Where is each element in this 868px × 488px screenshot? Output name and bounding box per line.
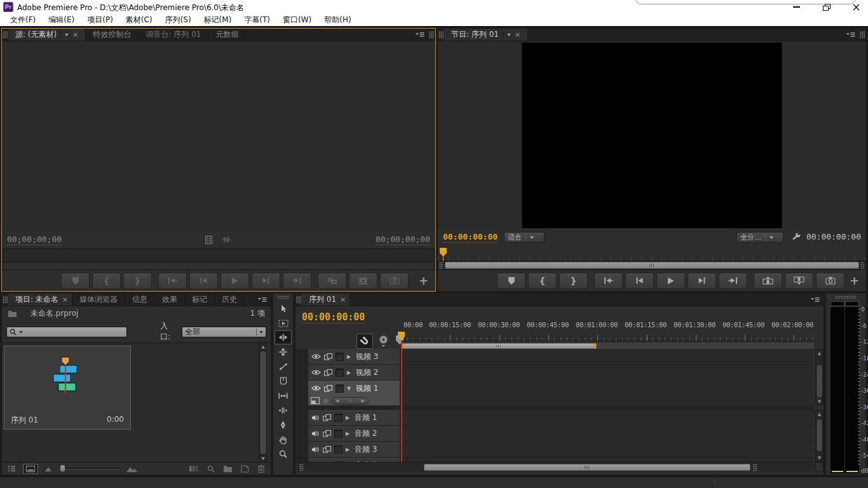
speaker-icon[interactable] — [311, 414, 320, 421]
tab-effects[interactable]: 效果 — [155, 294, 185, 306]
track-name[interactable]: 视频 1 — [356, 383, 378, 394]
timeline-horizontal-scrollbar[interactable] — [297, 462, 814, 471]
play-button[interactable] — [220, 273, 249, 289]
video-1-header[interactable]: ▼ 视频 1 ◇ ◀ ◇ ▶ — [308, 381, 400, 405]
source-viewer[interactable] — [2, 41, 435, 231]
new-item-icon[interactable] — [241, 465, 249, 473]
mark-in-button[interactable]: { — [528, 273, 557, 289]
panel-grip[interactable] — [278, 295, 289, 299]
speaker-icon[interactable] — [311, 430, 320, 437]
restore-button[interactable] — [818, 0, 835, 14]
panel-grip[interactable] — [296, 296, 301, 303]
sync-lock-icon[interactable] — [324, 369, 332, 376]
zoom-tool[interactable] — [273, 447, 293, 461]
previous-keyframe-icon[interactable]: ◀ — [336, 398, 339, 403]
scroll-up-icon[interactable]: ▲ — [816, 410, 823, 417]
play-button[interactable] — [656, 273, 685, 289]
icon-view-button[interactable] — [23, 464, 38, 474]
menu-edit[interactable]: 编辑(E) — [42, 15, 81, 25]
toggle-track-output-icon[interactable] — [311, 353, 321, 360]
tab-info[interactable]: 信息 — [125, 294, 155, 306]
playback-resolution-dropdown[interactable]: 全分… — [736, 232, 783, 243]
program-time-ruler[interactable] — [438, 246, 866, 261]
source-position-timecode[interactable]: 00;00;00;00 — [7, 235, 62, 245]
menu-sequence[interactable]: 序列(S) — [159, 15, 198, 25]
tab-sequence[interactable]: 序列 01 × — [302, 294, 350, 306]
scrollbar-thumb[interactable] — [424, 464, 750, 471]
tab-media-browser[interactable]: 媒体浏览器 — [72, 294, 125, 306]
track-select-tool[interactable] — [273, 316, 293, 330]
zoom-out-hill-icon[interactable] — [45, 466, 51, 471]
track-lock-toggle[interactable] — [336, 369, 344, 377]
pen-tool[interactable] — [273, 417, 293, 432]
scroll-down-icon[interactable]: ▼ — [816, 398, 823, 405]
timeline-playhead-icon[interactable] — [398, 332, 405, 341]
project-items-area[interactable]: 序列 01 0:00 ▲ ▼ — [2, 342, 271, 462]
menu-project[interactable]: 项目(P) — [81, 15, 119, 25]
hand-tool[interactable] — [273, 432, 293, 447]
panel-grip[interactable] — [438, 31, 444, 38]
sequence-name[interactable]: 序列 01 — [11, 415, 38, 426]
export-frame-button[interactable] — [816, 273, 844, 289]
playhead-line[interactable] — [401, 341, 402, 462]
panel-grip[interactable] — [3, 296, 8, 303]
step-forward-button[interactable] — [688, 273, 716, 289]
scroll-down-icon[interactable]: ▼ — [816, 454, 823, 461]
track-name[interactable]: 视频 2 — [356, 367, 378, 378]
tab-history[interactable]: 历史 — [215, 294, 245, 306]
audio-1-header[interactable]: ▶ 音频 1 — [308, 410, 400, 425]
keyframe-navigator[interactable]: ◀ ◇ ▶ — [332, 397, 369, 405]
panel-menu-icon[interactable] — [843, 29, 859, 41]
tab-source[interactable]: 源: (无素材) × — [8, 29, 86, 41]
collapse-arrow-icon[interactable]: ▶ — [347, 370, 353, 376]
toggle-track-output-icon[interactable] — [311, 369, 321, 376]
goto-in-button[interactable] — [158, 273, 187, 289]
scroll-up-icon[interactable]: ▲ — [816, 349, 823, 356]
insert-button[interactable] — [318, 273, 346, 289]
title-bar[interactable]: Pr Adobe Premiere Pro - D:\文档\Adobe\Prem… — [0, 0, 868, 14]
scrollbar-thumb[interactable] — [445, 262, 859, 269]
button-editor-plus[interactable]: + — [850, 274, 859, 287]
track-lock-toggle[interactable] — [334, 414, 342, 422]
zoom-level-dropdown[interactable]: 适合 — [504, 232, 545, 243]
panel-menu-icon[interactable] — [412, 29, 428, 41]
scrollbar-grip[interactable] — [439, 262, 444, 269]
collapse-arrow-icon[interactable]: ▶ — [346, 431, 351, 437]
mark-out-button[interactable]: } — [123, 273, 152, 289]
sync-lock-icon[interactable] — [323, 430, 331, 437]
menu-file[interactable]: 文件(F) — [4, 15, 42, 25]
snap-toggle[interactable] — [356, 334, 373, 349]
track-name[interactable]: 音频 3 — [355, 444, 377, 455]
scrollbar-grip[interactable] — [299, 464, 304, 471]
panel-grip[interactable] — [835, 295, 857, 299]
sync-lock-icon[interactable] — [324, 385, 332, 392]
timeline-timecode[interactable]: 00:00:00:00 — [302, 312, 365, 323]
set-display-style-icon[interactable] — [311, 397, 320, 404]
mark-in-button[interactable]: { — [92, 273, 121, 289]
video-2-header[interactable]: ▶ 视频 2 — [308, 365, 400, 380]
lift-button[interactable] — [754, 273, 782, 289]
video-1-lane[interactable] — [401, 381, 814, 405]
rolling-edit-tool[interactable] — [273, 344, 293, 359]
close-button[interactable] — [848, 0, 864, 14]
track-lock-toggle[interactable] — [336, 353, 344, 361]
mark-out-button[interactable]: } — [559, 273, 588, 289]
track-lock-toggle[interactable] — [334, 445, 342, 454]
program-playhead-icon[interactable] — [440, 248, 447, 257]
slider-thumb[interactable] — [60, 464, 65, 472]
encore-chapter-marker-button[interactable] — [378, 335, 389, 347]
timeline-tick-strip[interactable] — [401, 331, 814, 341]
tab-close-icon[interactable]: × — [72, 31, 78, 38]
step-back-button[interactable] — [625, 273, 654, 289]
track-name[interactable]: 视频 3 — [356, 351, 378, 362]
scrollbar-grip[interactable] — [753, 464, 757, 471]
automate-to-sequence-icon[interactable] — [189, 465, 199, 472]
tab-markers[interactable]: 标记 — [185, 294, 215, 306]
menu-clip[interactable]: 素材(C) — [119, 15, 159, 25]
selection-tool[interactable] — [273, 301, 293, 316]
scrollbar-thumb[interactable] — [817, 419, 822, 451]
video-tracks-scrollbar[interactable]: ▲ ▼ — [815, 349, 824, 405]
extract-button[interactable] — [785, 273, 813, 289]
track-lock-toggle[interactable] — [336, 384, 344, 393]
button-editor-plus[interactable]: + — [419, 274, 428, 287]
